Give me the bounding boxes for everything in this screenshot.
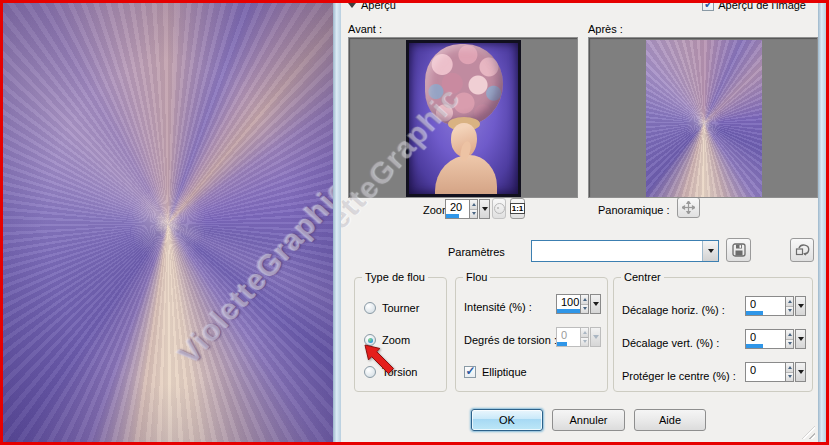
watermark-text: VioletteGraphic [171,173,333,371]
screenshot: VioletteGraphic Aperçu Aperçu de l'image… [0,0,829,445]
vertical-offset-spinner [745,329,806,349]
collapse-arrow-icon [348,3,356,8]
chevron-down-icon [798,370,804,374]
settings-combo-arrow[interactable] [702,241,718,261]
before-preview-pane[interactable] [348,37,578,198]
twist-progress-bar [557,342,567,346]
blur-type-title: Type de flou [362,271,428,283]
reset-to-default-button[interactable] [790,238,814,262]
radio-icon[interactable] [364,302,376,314]
protect-center-dropdown[interactable] [795,362,806,382]
after-preview-pane[interactable] [588,37,818,198]
preview-image-checkbox[interactable] [702,3,714,11]
horizontal-offset-input[interactable] [746,298,789,310]
protect-center-input[interactable] [746,364,789,376]
vertical-offset-label: Décalage vert. (%) : [622,337,719,349]
preview-header-label: Aperçu [361,3,396,11]
intensity-progress-bar [557,309,580,313]
window-border-right [818,3,826,442]
help-button[interactable]: Aide [634,409,706,431]
annotation-arrow-icon [361,341,403,383]
vertical-offset-bar [746,344,763,348]
preview-image-toggle[interactable]: Aperçu de l'image [702,3,806,11]
intensity-spinner [556,294,601,314]
horizontal-offset-bar [746,311,763,315]
vertical-offset-input[interactable] [746,331,789,343]
fit-one-to-one-button[interactable]: 1:1 [510,198,525,219]
intensity-input[interactable] [557,296,584,308]
zoom-spinner [445,199,490,219]
before-label: Avant : [348,23,382,35]
elliptical-label: Elliptique [482,366,527,378]
pan-button[interactable] [677,197,700,218]
auto-proof-button[interactable] [492,198,506,219]
intensity-label: Intensité (%) : [464,301,532,313]
twist-degrees-label: Degrés de torsion : [464,334,557,346]
radio-tourner-label: Tourner [382,302,419,314]
protect-center-field[interactable] [745,362,785,382]
settings-combo-input[interactable] [532,241,702,261]
center-group: Centrer Décalage horiz. (%) : Décalage v… [613,277,813,392]
ok-button[interactable]: OK [471,409,543,431]
cancel-button[interactable]: Annuler [552,409,625,431]
after-image [646,40,762,197]
settings-combo[interactable] [531,240,719,262]
chevron-down-icon [593,335,599,339]
save-preset-button[interactable] [726,238,751,262]
horizontal-offset-spinner [745,296,806,316]
protect-center-spinner [745,362,806,382]
chevron-down-icon [708,249,714,253]
preview-image-label: Aperçu de l'image [718,3,806,11]
twist-degrees-spinner [556,327,601,347]
twist-input [557,329,584,341]
image-canvas: VioletteGraphic [3,3,333,442]
elliptical-checkbox[interactable] [464,366,476,378]
center-group-title: Centrer [621,271,664,283]
zoom-value-field[interactable] [445,199,469,219]
zoom-progress-bar [446,214,459,218]
floral-headdress [425,44,503,126]
settings-label: Paramètres [448,246,505,258]
chevron-down-icon [798,304,804,308]
window-border-left [333,3,341,442]
horizontal-offset-dropdown[interactable] [795,296,806,316]
save-icon [732,243,746,257]
blur-group: Flou Intensité (%) : Degrés de torsion : [455,277,608,392]
intensity-value-field[interactable] [556,294,580,314]
horizontal-offset-label: Décalage horiz. (%) : [622,304,725,316]
twist-value-field [556,327,580,347]
one-to-one-icon: 1:1 [510,203,526,214]
auto-proof-icon [494,203,505,214]
radio-tourner[interactable]: Tourner [364,302,419,314]
twist-dropdown-button [590,327,601,347]
pan-move-icon [682,201,695,214]
protect-center-label: Protéger le centre (%) : [622,370,736,382]
chevron-down-icon [798,337,804,341]
radial-blur-dialog: Aperçu Aperçu de l'image VioletteGraphic… [341,3,818,442]
intensity-dropdown-button[interactable] [590,294,601,314]
zoom-dropdown-button[interactable] [479,199,490,219]
vertical-offset-field[interactable] [745,329,785,349]
elliptical-option[interactable]: Elliptique [464,366,527,378]
vertical-offset-dropdown[interactable] [795,329,806,349]
chevron-down-icon [482,207,488,211]
resize-grip[interactable] [802,426,815,439]
pan-label: Panoramique : [598,204,670,216]
reset-icon [795,243,810,257]
horizontal-offset-field[interactable] [745,296,785,316]
shoulders [435,155,497,197]
zoom-input[interactable] [446,201,473,213]
preview-rollup-header[interactable]: Aperçu [348,3,396,11]
after-label: Après : [588,23,623,35]
blur-group-title: Flou [463,271,490,283]
chevron-down-icon [593,302,599,306]
before-image [406,40,521,197]
